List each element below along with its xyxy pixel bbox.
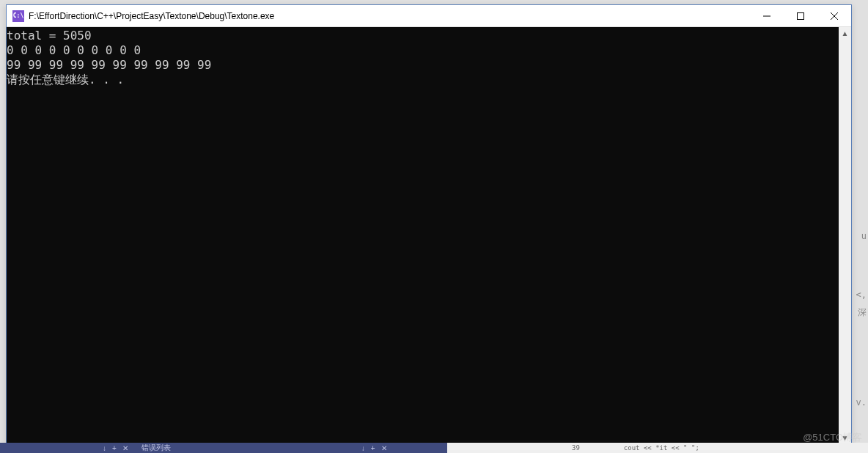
minimize-button[interactable] — [750, 5, 784, 26]
code-snippet: cout << *it << " "; — [624, 444, 699, 452]
close-icon — [831, 12, 838, 20]
vs-statusbar-right: 39 cout << *it << " "; — [447, 443, 868, 453]
scroll-up-button[interactable]: ▲ — [839, 27, 851, 40]
console-line: 99 99 99 99 99 99 99 99 99 99 — [7, 58, 218, 72]
console-line: 0 0 0 0 0 0 0 0 0 0 — [7, 43, 148, 57]
x-icon[interactable]: ✕ — [122, 444, 128, 452]
scroll-track[interactable] — [839, 40, 851, 432]
error-list-tab[interactable]: 错误列表 — [141, 443, 171, 453]
bg-frag: v. — [856, 397, 867, 408]
watermark: @51CTO博客 — [803, 431, 862, 444]
app-icon: C:\ — [12, 10, 24, 22]
arrow-down-icon[interactable]: ↓ — [103, 444, 106, 452]
line-number: 39 — [572, 444, 580, 452]
console-output: total = 5050 0 0 0 0 0 0 0 0 0 0 99 99 9… — [7, 27, 839, 444]
bg-frag: 深 — [858, 306, 867, 319]
titlebar[interactable]: C:\ F:\EffortDirection\C++\ProjectEasy\T… — [7, 5, 851, 27]
vs-bottom-strip: ↓ + ✕ 错误列表 ↓ + ✕ 39 cout << *it << " "; — [0, 443, 868, 453]
bg-frag: <, — [856, 290, 867, 300]
console-line: 请按任意键继续. . . — [7, 73, 124, 86]
bg-frag: u — [861, 231, 867, 241]
arrow-down-icon[interactable]: ↓ — [361, 444, 365, 452]
maximize-button[interactable] — [784, 5, 817, 26]
minimize-icon — [763, 12, 770, 20]
console-body: total = 5050 0 0 0 0 0 0 0 0 0 0 99 99 9… — [7, 27, 851, 444]
maximize-icon — [797, 12, 804, 20]
vs-statusbar-left: ↓ + ✕ 错误列表 ↓ + ✕ — [0, 443, 447, 453]
console-line: total = 5050 — [7, 29, 92, 43]
svg-rect-1 — [798, 12, 804, 19]
plus-icon[interactable]: + — [112, 444, 117, 452]
close-button[interactable] — [817, 5, 851, 26]
vertical-scrollbar[interactable]: ▲ ▼ — [839, 27, 851, 444]
window-title: F:\EffortDirection\C++\ProjectEasy\Texto… — [29, 11, 750, 21]
x-icon[interactable]: ✕ — [381, 444, 387, 452]
window-controls — [750, 5, 851, 26]
plus-icon[interactable]: + — [371, 444, 375, 452]
console-window: C:\ F:\EffortDirection\C++\ProjectEasy\T… — [6, 4, 852, 444]
